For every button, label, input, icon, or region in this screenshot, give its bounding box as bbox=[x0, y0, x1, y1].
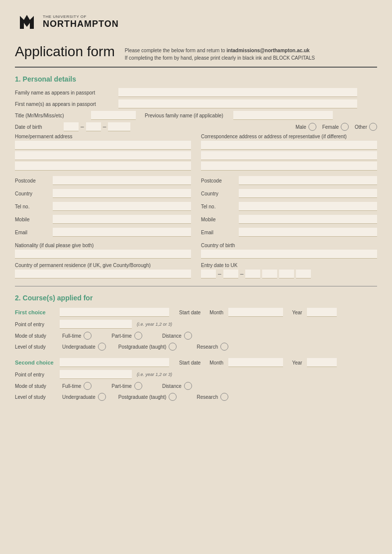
second-choice-month-input[interactable] bbox=[228, 358, 283, 367]
tel-left-label: Tel no. bbox=[15, 204, 50, 209]
distance-item-1: Distance bbox=[162, 332, 192, 340]
prev-family-input[interactable] bbox=[233, 111, 333, 120]
distance-radio-1[interactable] bbox=[184, 332, 192, 340]
country-birth-input[interactable] bbox=[201, 250, 377, 259]
level-label-1: Level of study bbox=[15, 344, 55, 350]
email-left-input[interactable] bbox=[53, 228, 191, 237]
male-radio[interactable] bbox=[308, 123, 316, 131]
home-addr-line3[interactable] bbox=[15, 162, 191, 171]
parttime-item-1: Part-time bbox=[111, 332, 142, 340]
logo-big: NORTHAMPTON bbox=[43, 19, 119, 29]
first-point-input[interactable] bbox=[60, 320, 132, 329]
level-label-2: Level of study bbox=[15, 394, 55, 400]
email-right-input[interactable] bbox=[239, 228, 377, 237]
fulltime-radio-1[interactable] bbox=[84, 332, 92, 340]
first-choice-section: First choice Start date Month Year Point… bbox=[15, 308, 377, 351]
parttime-label-1: Part-time bbox=[111, 333, 132, 339]
entry-year2-input[interactable] bbox=[262, 270, 277, 278]
point-note-1: (i.e. year 1,2 or 3) bbox=[137, 322, 172, 327]
entry-year4-input[interactable] bbox=[296, 270, 311, 278]
dob-month-input[interactable] bbox=[86, 122, 101, 131]
email-left-label: Email bbox=[15, 230, 50, 235]
undergrad-item-1: Undergraduate bbox=[62, 343, 106, 351]
parttime-radio-1[interactable] bbox=[134, 332, 142, 340]
fulltime-radio-2[interactable] bbox=[84, 382, 92, 390]
research-radio-1[interactable] bbox=[220, 343, 228, 351]
entry-year3-input[interactable] bbox=[279, 270, 294, 278]
home-addr-line1[interactable] bbox=[15, 141, 191, 150]
undergrad-label-1: Undergraduate bbox=[62, 344, 96, 350]
first-choice-row: First choice Start date Month Year bbox=[15, 308, 377, 317]
female-label: Female bbox=[322, 124, 339, 130]
entry-date-label: Entry date to UK bbox=[201, 263, 377, 268]
postgrad-radio-2[interactable] bbox=[169, 393, 177, 401]
mobile-left-label: Mobile bbox=[15, 217, 50, 222]
parttime-radio-2[interactable] bbox=[134, 382, 142, 390]
gender-other-group: Other bbox=[355, 123, 377, 131]
fulltime-label-2: Full-time bbox=[62, 383, 81, 389]
first-choice-label: First choice bbox=[15, 309, 55, 315]
second-point-row: Point of entry (i.e. year 1,2 or 3) bbox=[15, 370, 377, 379]
entry-month-input[interactable] bbox=[223, 270, 238, 278]
first-choice-year-input[interactable] bbox=[307, 308, 337, 317]
home-addr-line2[interactable] bbox=[15, 151, 191, 160]
second-mode-row: Mode of study Full-time Part-time Distan… bbox=[15, 382, 377, 390]
research-item-2: Research bbox=[196, 393, 228, 401]
postcode-right-row: Postcode bbox=[201, 176, 377, 185]
country-right-row: Country bbox=[201, 189, 377, 198]
first-level-row: Level of study Undergraduate Postgraduat… bbox=[15, 343, 377, 351]
corr-address-label: Correspondence address or address of rep… bbox=[201, 134, 377, 139]
postgrad-radio-1[interactable] bbox=[169, 343, 177, 351]
residence-col: Country of permanent residence (if UK, g… bbox=[15, 263, 191, 278]
fulltime-item-2: Full-time bbox=[62, 382, 92, 390]
residence-input[interactable] bbox=[15, 270, 191, 278]
dob-day-input[interactable] bbox=[64, 122, 79, 131]
other-radio[interactable] bbox=[369, 123, 377, 131]
postcode-left-input[interactable] bbox=[53, 176, 191, 185]
logo: THE UNIVERSITY OF NORTHAMPTON bbox=[15, 10, 119, 34]
email-right-row: Email bbox=[201, 228, 377, 237]
undergrad-radio-1[interactable] bbox=[98, 343, 106, 351]
country-right-input[interactable] bbox=[239, 189, 377, 198]
point-entry-label-2: Point of entry bbox=[15, 372, 55, 377]
entry-year1-input[interactable] bbox=[245, 270, 260, 278]
second-choice-year-input[interactable] bbox=[307, 358, 337, 367]
mobile-left-input[interactable] bbox=[53, 215, 191, 224]
research-radio-2[interactable] bbox=[220, 393, 228, 401]
nationality-label: Nationality (if dual please give both) bbox=[15, 243, 191, 248]
female-radio[interactable] bbox=[341, 123, 349, 131]
tel-right-input[interactable] bbox=[239, 202, 377, 211]
postcode-right-label: Postcode bbox=[201, 178, 236, 184]
corr-addr-line1[interactable] bbox=[201, 141, 377, 150]
postcode-right-input[interactable] bbox=[239, 176, 377, 185]
nationality-birth-row: Nationality (if dual please give both) C… bbox=[15, 243, 377, 259]
entry-day-input[interactable] bbox=[201, 270, 216, 278]
corr-addr-line3[interactable] bbox=[201, 162, 377, 171]
first-name-input[interactable] bbox=[118, 99, 357, 108]
dob-year-input[interactable] bbox=[108, 122, 130, 131]
second-level-row: Level of study Undergraduate Postgraduat… bbox=[15, 393, 377, 401]
postgrad-item-1: Postgraduate (taught) bbox=[118, 343, 177, 351]
country-left-input[interactable] bbox=[53, 189, 191, 198]
residence-entry-row: Country of permanent residence (if UK, g… bbox=[15, 263, 377, 278]
parttime-label-2: Part-time bbox=[111, 383, 132, 389]
undergrad-item-2: Undergraduate bbox=[62, 393, 106, 401]
mobile-right-input[interactable] bbox=[239, 215, 377, 224]
email-right-label: Email bbox=[201, 230, 236, 235]
mode-label-1: Mode of study bbox=[15, 333, 55, 339]
corr-addr-line2[interactable] bbox=[201, 151, 377, 160]
nationality-input[interactable] bbox=[15, 250, 191, 259]
mode-label-2: Mode of study bbox=[15, 383, 55, 389]
title-input[interactable] bbox=[91, 111, 136, 120]
undergrad-label-2: Undergraduate bbox=[62, 394, 96, 400]
family-name-input[interactable] bbox=[118, 88, 357, 97]
second-choice-input[interactable] bbox=[60, 358, 169, 367]
first-choice-month-input[interactable] bbox=[228, 308, 283, 317]
second-choice-label: Second choice bbox=[15, 360, 55, 366]
undergrad-radio-2[interactable] bbox=[98, 393, 106, 401]
first-choice-input[interactable] bbox=[60, 308, 169, 317]
second-choice-section: Second choice Start date Month Year Poin… bbox=[15, 358, 377, 401]
second-point-input[interactable] bbox=[60, 370, 132, 379]
distance-radio-2[interactable] bbox=[184, 382, 192, 390]
tel-left-input[interactable] bbox=[53, 202, 191, 211]
